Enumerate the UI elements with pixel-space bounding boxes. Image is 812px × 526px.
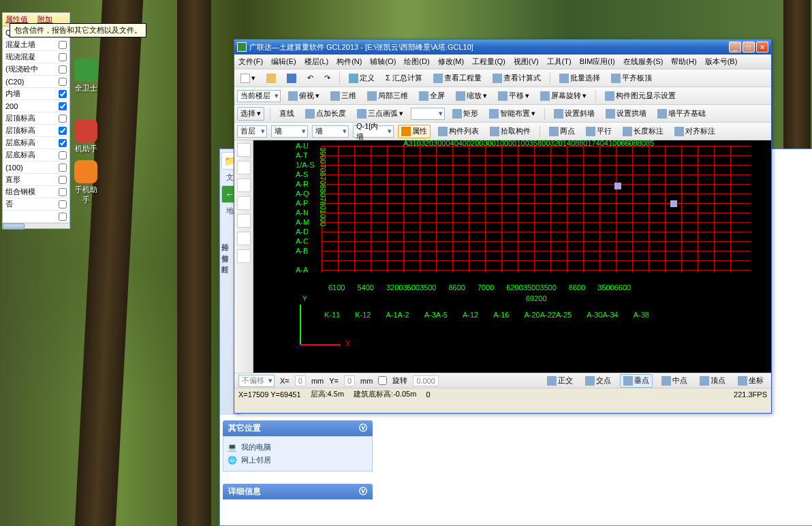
midpoint-button[interactable]: 中点	[658, 374, 691, 388]
task-item[interactable]: 🌐网上邻居	[228, 454, 368, 467]
prop-row[interactable]: 混凝土墙	[3, 39, 69, 51]
align-dim-button[interactable]: 对齐标注	[671, 125, 719, 138]
minimize-button[interactable]: _	[729, 42, 741, 52]
rotate-checkbox[interactable]	[378, 376, 387, 385]
arc3-button[interactable]: 三点画弧▾	[354, 107, 407, 121]
maximize-button[interactable]: □	[743, 42, 755, 52]
vtool-icon[interactable]	[237, 232, 251, 245]
pan-button[interactable]: 平移▾	[495, 89, 533, 103]
view-expr-button[interactable]: 查看计算式	[489, 72, 544, 85]
prop-checkbox[interactable]	[59, 200, 67, 208]
x-input[interactable]: 0	[295, 375, 306, 386]
save-icon[interactable]	[283, 72, 300, 85]
menu-item[interactable]: 修改(M)	[438, 57, 465, 67]
sum-button[interactable]: Σ 汇总计算	[382, 72, 426, 85]
menu-item[interactable]: 帮助(H)	[671, 57, 696, 67]
prop-row[interactable]: 内墙	[3, 88, 69, 100]
vtool-icon[interactable]	[237, 143, 251, 157]
prop-checkbox[interactable]	[59, 41, 67, 49]
menu-item[interactable]: 版本号(B)	[705, 57, 738, 67]
menu-item[interactable]: 视图(V)	[514, 57, 539, 67]
type-select[interactable]: 墙	[312, 125, 349, 138]
desktop-icon[interactable]: 手机助手	[72, 160, 99, 205]
two-point-button[interactable]: 两点	[546, 125, 578, 138]
vertex-button[interactable]: 顶点	[696, 374, 729, 388]
coord-button[interactable]: 坐标	[734, 374, 767, 388]
pick-button[interactable]: 拾取构件	[486, 125, 534, 138]
component-select[interactable]: Q-1[内墙	[353, 125, 394, 138]
prop-row[interactable]: 层底标高	[3, 137, 69, 149]
floor-combo[interactable]: 当前楼层	[237, 90, 281, 102]
batch-select-button[interactable]: 批量选择	[556, 72, 604, 85]
prop-checkbox[interactable]	[59, 114, 67, 123]
rotate-input[interactable]: 0.000	[413, 375, 439, 386]
component-list-button[interactable]: 构件列表	[435, 125, 482, 138]
prop-checkbox[interactable]	[59, 53, 67, 61]
desktop-icon[interactable]: 机助手	[72, 119, 99, 154]
prop-row[interactable]: 层底标高	[3, 149, 69, 161]
new-icon[interactable]: ▾	[237, 72, 259, 85]
prop-row[interactable]: 组合钢模	[3, 186, 69, 198]
prop-checkbox[interactable]	[59, 188, 67, 196]
desktop-icon[interactable]: 全卫士	[72, 59, 99, 93]
prop-checkbox[interactable]	[59, 127, 67, 135]
select-button[interactable]: 选择 ▾	[237, 107, 264, 121]
details-header[interactable]: 详细信息 ⓥ	[223, 484, 373, 499]
prop-row[interactable]: (C20)	[3, 76, 69, 88]
prop-row[interactable]: 直形	[3, 174, 69, 186]
length-dim-button[interactable]: 长度标注	[619, 125, 667, 138]
align-base-button[interactable]: 墙平齐基础	[654, 107, 709, 121]
prop-checkbox[interactable]	[59, 78, 67, 86]
prop-row[interactable]: 层顶标高	[3, 125, 69, 137]
menu-item[interactable]: 编辑(E)	[271, 57, 296, 67]
perp-button[interactable]: 垂点	[620, 374, 653, 388]
prop-checkbox[interactable]	[59, 90, 67, 98]
local-3d-button[interactable]: 局部三维	[364, 89, 411, 103]
prop-row[interactable]: (100)	[3, 161, 69, 174]
vtool-icon[interactable]	[237, 161, 251, 174]
redo-icon[interactable]: ↷	[321, 72, 334, 85]
prop-checkbox[interactable]	[59, 139, 67, 147]
prop-checkbox[interactable]	[59, 102, 67, 110]
offset-combo[interactable]: 不偏移	[238, 375, 275, 387]
prop-row[interactable]: (现浇砼中	[3, 63, 69, 76]
rotate-button[interactable]: 屏幕旋转▾	[537, 89, 590, 103]
flat-top-button[interactable]: 平齐板顶	[608, 72, 655, 85]
menu-item[interactable]: 工具(T)	[547, 57, 572, 67]
prop-row[interactable]: 现浇混凝	[3, 51, 69, 63]
menu-item[interactable]: BIM应用(I)	[580, 57, 615, 67]
close-button[interactable]: ✕	[756, 42, 768, 52]
floor-select[interactable]: 首层	[237, 125, 267, 138]
prop-checkbox[interactable]	[59, 65, 67, 74]
prop-row[interactable]: 否	[3, 198, 69, 211]
point-length-button[interactable]: 点加长度	[302, 107, 349, 121]
slant-wall-button[interactable]: 设置斜墙	[550, 107, 598, 121]
menu-item[interactable]: 工程量(Q)	[472, 57, 505, 67]
menu-item[interactable]: 文件(F)	[238, 57, 263, 67]
y-input[interactable]: 0	[344, 375, 355, 386]
vtool-icon[interactable]	[237, 196, 251, 210]
menu-item[interactable]: 在线服务(S)	[623, 57, 663, 67]
zoom-button[interactable]: 缩放▾	[452, 89, 490, 103]
top-view-button[interactable]: 俯视▾	[285, 89, 323, 103]
chevron-icon[interactable]: ⓥ	[359, 486, 367, 497]
fullscreen-button[interactable]: 全屏	[416, 89, 448, 103]
prop-row[interactable]: 层顶标高	[3, 112, 69, 125]
prop-row[interactable]: 200	[3, 100, 69, 112]
menu-item[interactable]: 绘图(D)	[404, 57, 429, 67]
3d-button[interactable]: 三维	[327, 89, 360, 103]
other-places-header[interactable]: 其它位置 ⓥ	[223, 420, 373, 436]
menu-item[interactable]: 楼层(L)	[304, 57, 328, 67]
display-settings-button[interactable]: 构件图元显示设置	[602, 89, 679, 103]
undo-icon[interactable]: ↶	[304, 72, 317, 85]
arch-wall-button[interactable]: 设置拱墙	[602, 107, 650, 121]
category-select[interactable]: 墙	[271, 125, 308, 138]
drawing-canvas[interactable]: Z A-UA-T1/A-SA-SA-RA-QA-PA-NA-MA-DA-CA-B…	[253, 140, 771, 373]
open-icon[interactable]	[263, 72, 279, 85]
titlebar[interactable]: 广联达—土建算量软件 GCL2013 - [E:\张凯云\西部峰景\A塔.GCL…	[234, 40, 771, 55]
menu-item[interactable]: 辅轴(O)	[370, 57, 396, 67]
task-item[interactable]: 💻我的电脑	[228, 441, 368, 454]
property-button[interactable]: 属性	[398, 125, 431, 138]
menu-item[interactable]: 构件(N)	[337, 57, 362, 67]
view-qty-button[interactable]: 查看工程量	[430, 72, 485, 85]
